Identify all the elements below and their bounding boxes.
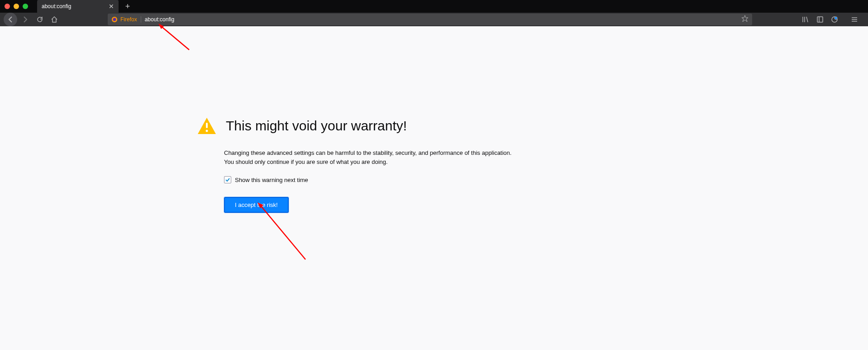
window-maximize-button[interactable] (23, 4, 28, 9)
warning-container: This might void your warranty! Changing … (197, 117, 568, 213)
svg-line-8 (161, 26, 189, 50)
urlbar[interactable]: Firefox about:config (108, 14, 752, 25)
identity-label: Firefox (120, 16, 137, 23)
svg-rect-2 (817, 17, 823, 22)
back-button[interactable] (4, 13, 17, 26)
svg-point-1 (113, 18, 116, 21)
titlebar: about:config ✕ + (0, 0, 868, 13)
svg-line-10 (260, 205, 305, 259)
url-text: about:config (145, 16, 738, 23)
page-content: This might void your warranty! Changing … (0, 26, 868, 350)
browser-tab[interactable]: about:config ✕ (37, 0, 119, 13)
checkmark-icon (225, 177, 230, 182)
warning-header: This might void your warranty! (197, 117, 568, 135)
warning-triangle-icon (197, 117, 217, 135)
tab-title: about:config (42, 3, 105, 10)
window-minimize-button[interactable] (14, 4, 19, 9)
toolbar-right (799, 13, 864, 26)
firefox-icon (111, 16, 118, 23)
nav-toolbar: Firefox about:config (0, 13, 868, 26)
window-close-button[interactable] (5, 4, 10, 9)
urlbar-container: Firefox about:config (108, 14, 752, 25)
svg-point-7 (206, 130, 208, 132)
close-tab-icon[interactable]: ✕ (109, 3, 114, 10)
bookmark-star-icon[interactable] (741, 15, 749, 24)
menu-button[interactable] (848, 13, 861, 26)
window-controls (5, 4, 28, 9)
identity-box[interactable]: Firefox (111, 16, 141, 23)
warning-body: Changing these advanced settings can be … (224, 149, 568, 213)
svg-rect-6 (206, 123, 208, 128)
accept-risk-button[interactable]: I accept the risk! (224, 197, 289, 213)
home-button[interactable] (48, 13, 61, 26)
warning-title: This might void your warranty! (226, 118, 407, 134)
profile-button[interactable] (828, 13, 841, 26)
sidebar-button[interactable] (814, 13, 826, 26)
show-warning-checkbox-row: Show this warning next time (224, 176, 568, 183)
library-button[interactable] (799, 13, 812, 26)
annotation-arrow-urlbar (157, 23, 194, 56)
svg-point-5 (835, 17, 837, 19)
reload-button[interactable] (33, 13, 46, 26)
forward-button[interactable] (19, 13, 32, 26)
show-warning-checkbox[interactable] (224, 176, 231, 183)
new-tab-button[interactable]: + (123, 2, 132, 11)
warning-text: Changing these advanced settings can be … (224, 149, 514, 166)
checkbox-label: Show this warning next time (235, 177, 308, 183)
